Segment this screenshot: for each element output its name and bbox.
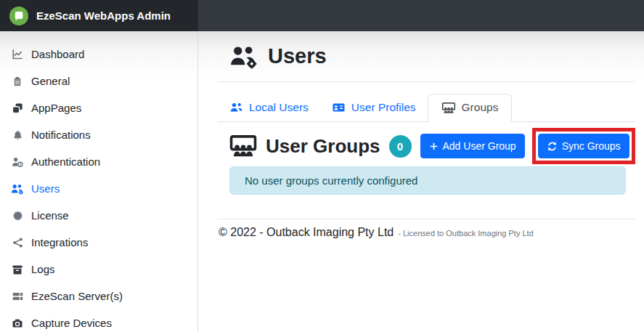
sidebar-item-capture-devices[interactable]: Capture Devices xyxy=(0,309,197,332)
sidebar-item-license[interactable]: License xyxy=(0,202,197,229)
divider xyxy=(218,219,635,219)
button-label: Add User Group xyxy=(443,140,516,152)
sidebar-item-label: Integrations xyxy=(31,236,88,248)
copyright-text: © 2022 - Outback Imaging Pty Ltd xyxy=(219,226,394,238)
info-alert: No user groups currently configured xyxy=(229,166,626,195)
tab-label: User Profiles xyxy=(351,101,416,114)
tab-local-users[interactable]: Local Users xyxy=(229,94,320,121)
sidebar-item-ezescan-servers[interactable]: EzeScan Server(s) xyxy=(0,283,197,309)
share-nodes-icon xyxy=(10,237,25,248)
sidebar: Dashboard General AppPages Notifications… xyxy=(0,31,198,332)
tab-user-profiles[interactable]: User Profiles xyxy=(320,94,428,121)
user-groups-icon xyxy=(229,134,257,158)
sidebar-item-users[interactable]: Users xyxy=(0,175,197,202)
sidebar-item-label: Logs xyxy=(31,263,55,275)
content-row: Dashboard General AppPages Notifications… xyxy=(0,31,644,332)
sidebar-item-label: Capture Devices xyxy=(31,317,112,329)
brand-logo-icon xyxy=(9,6,29,26)
camera-icon xyxy=(10,317,25,329)
button-label: Sync Groups xyxy=(562,140,621,152)
tab-label: Groups xyxy=(462,101,499,114)
page-title: Users xyxy=(268,44,327,68)
count-badge: 0 xyxy=(389,135,412,158)
sidebar-item-notifications[interactable]: Notifications xyxy=(0,121,197,148)
brand[interactable]: EzeScan WebApps Admin xyxy=(0,0,198,31)
sidebar-item-logs[interactable]: Logs xyxy=(0,256,197,283)
user-clock-icon xyxy=(10,156,25,168)
header-spacer xyxy=(198,0,644,31)
licensed-text: - Licensed to Outback Imaging Pty Ltd xyxy=(398,229,534,238)
tab-groups[interactable]: Groups xyxy=(428,94,513,122)
tab-bar: Local Users User Profiles Groups xyxy=(218,94,635,122)
sync-icon xyxy=(547,141,558,152)
add-user-group-button[interactable]: Add User Group xyxy=(420,134,525,158)
page-title-row: Users xyxy=(229,40,635,72)
sidebar-item-label: Dashboard xyxy=(31,48,84,60)
divider xyxy=(218,81,635,82)
clipboard-icon xyxy=(10,76,25,87)
user-groups-icon xyxy=(441,102,456,114)
sidebar-item-authentication[interactable]: Authentication xyxy=(0,148,197,175)
alert-text: No user groups currently configured xyxy=(245,174,417,187)
sync-groups-button[interactable]: Sync Groups xyxy=(538,134,629,158)
section-header: User Groups 0 Add User Group Sync Groups xyxy=(229,128,635,164)
sidebar-item-integrations[interactable]: Integrations xyxy=(0,229,197,256)
bell-icon xyxy=(10,129,25,141)
sidebar-item-label: EzeScan Server(s) xyxy=(31,290,123,302)
plus-icon xyxy=(429,142,439,151)
users-gear-icon xyxy=(10,183,25,195)
sidebar-item-label: Users xyxy=(31,182,60,195)
sidebar-item-label: AppPages xyxy=(31,102,81,114)
tab-label: Local Users xyxy=(249,101,309,114)
header-bar: EzeScan WebApps Admin xyxy=(0,0,644,31)
section-title: User Groups xyxy=(266,135,380,158)
annotation-highlight: Sync Groups xyxy=(532,128,635,164)
sidebar-item-label: Authentication xyxy=(31,155,100,168)
sidebar-item-apppages[interactable]: AppPages xyxy=(0,94,197,121)
brand-title: EzeScan WebApps Admin xyxy=(36,9,171,22)
main-content: Users Local Users User Profiles Group xyxy=(198,31,644,332)
footer: © 2022 - Outback Imaging Pty Ltd- Licens… xyxy=(219,226,635,239)
sidebar-item-label: License xyxy=(31,209,69,222)
box-archive-icon xyxy=(10,264,25,275)
users-icon xyxy=(229,102,243,113)
chart-line-icon xyxy=(10,49,25,60)
sidebar-item-label: General xyxy=(31,75,70,87)
sidebar-item-general[interactable]: General xyxy=(0,68,197,94)
sidebar-item-dashboard[interactable]: Dashboard xyxy=(0,41,197,68)
certificate-icon xyxy=(10,210,25,222)
server-icon xyxy=(10,291,25,302)
address-card-icon xyxy=(332,102,346,113)
pages-icon xyxy=(10,102,25,114)
users-gear-icon xyxy=(229,44,258,69)
sidebar-item-label: Notifications xyxy=(31,129,91,141)
